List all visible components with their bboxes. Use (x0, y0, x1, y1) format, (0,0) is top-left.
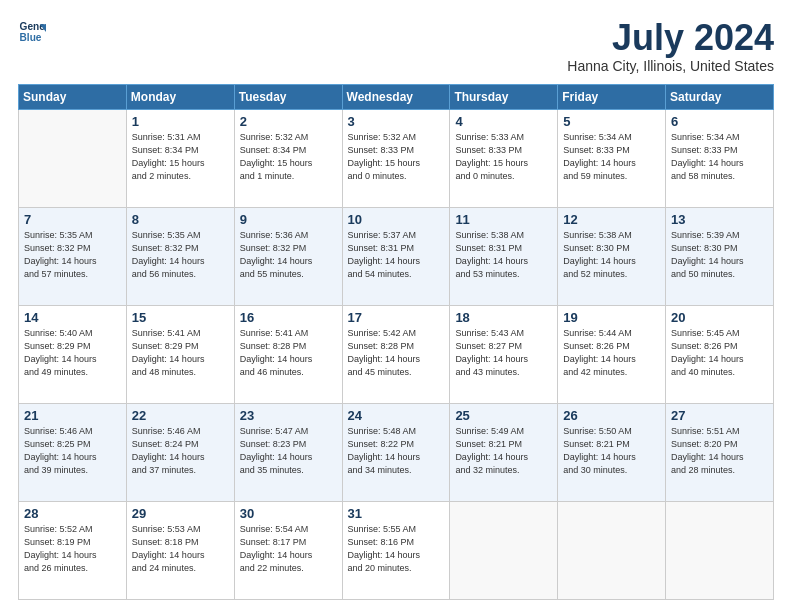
col-sunday: Sunday (19, 84, 127, 109)
day-number: 13 (671, 212, 768, 227)
day-number: 24 (348, 408, 445, 423)
table-row: 18Sunrise: 5:43 AM Sunset: 8:27 PM Dayli… (450, 305, 558, 403)
table-row: 14Sunrise: 5:40 AM Sunset: 8:29 PM Dayli… (19, 305, 127, 403)
cell-info: Sunrise: 5:43 AM Sunset: 8:27 PM Dayligh… (455, 327, 552, 379)
calendar-header-row: Sunday Monday Tuesday Wednesday Thursday… (19, 84, 774, 109)
cell-info: Sunrise: 5:32 AM Sunset: 8:33 PM Dayligh… (348, 131, 445, 183)
day-number: 31 (348, 506, 445, 521)
day-number: 30 (240, 506, 337, 521)
logo-icon: General Blue (18, 18, 46, 46)
cell-info: Sunrise: 5:39 AM Sunset: 8:30 PM Dayligh… (671, 229, 768, 281)
cell-info: Sunrise: 5:35 AM Sunset: 8:32 PM Dayligh… (132, 229, 229, 281)
day-number: 15 (132, 310, 229, 325)
table-row: 8Sunrise: 5:35 AM Sunset: 8:32 PM Daylig… (126, 207, 234, 305)
cell-info: Sunrise: 5:34 AM Sunset: 8:33 PM Dayligh… (671, 131, 768, 183)
table-row: 12Sunrise: 5:38 AM Sunset: 8:30 PM Dayli… (558, 207, 666, 305)
svg-text:Blue: Blue (20, 32, 42, 43)
table-row: 22Sunrise: 5:46 AM Sunset: 8:24 PM Dayli… (126, 403, 234, 501)
cell-info: Sunrise: 5:46 AM Sunset: 8:24 PM Dayligh… (132, 425, 229, 477)
day-number: 6 (671, 114, 768, 129)
table-row: 10Sunrise: 5:37 AM Sunset: 8:31 PM Dayli… (342, 207, 450, 305)
table-row: 1Sunrise: 5:31 AM Sunset: 8:34 PM Daylig… (126, 109, 234, 207)
cell-info: Sunrise: 5:36 AM Sunset: 8:32 PM Dayligh… (240, 229, 337, 281)
day-number: 3 (348, 114, 445, 129)
col-friday: Friday (558, 84, 666, 109)
cell-info: Sunrise: 5:40 AM Sunset: 8:29 PM Dayligh… (24, 327, 121, 379)
col-monday: Monday (126, 84, 234, 109)
cell-info: Sunrise: 5:55 AM Sunset: 8:16 PM Dayligh… (348, 523, 445, 575)
cell-info: Sunrise: 5:50 AM Sunset: 8:21 PM Dayligh… (563, 425, 660, 477)
calendar-week-row: 28Sunrise: 5:52 AM Sunset: 8:19 PM Dayli… (19, 501, 774, 599)
calendar-week-row: 14Sunrise: 5:40 AM Sunset: 8:29 PM Dayli… (19, 305, 774, 403)
cell-info: Sunrise: 5:42 AM Sunset: 8:28 PM Dayligh… (348, 327, 445, 379)
table-row: 29Sunrise: 5:53 AM Sunset: 8:18 PM Dayli… (126, 501, 234, 599)
day-number: 17 (348, 310, 445, 325)
table-row: 5Sunrise: 5:34 AM Sunset: 8:33 PM Daylig… (558, 109, 666, 207)
table-row: 23Sunrise: 5:47 AM Sunset: 8:23 PM Dayli… (234, 403, 342, 501)
day-number: 9 (240, 212, 337, 227)
day-number: 28 (24, 506, 121, 521)
table-row (450, 501, 558, 599)
table-row: 26Sunrise: 5:50 AM Sunset: 8:21 PM Dayli… (558, 403, 666, 501)
calendar-week-row: 1Sunrise: 5:31 AM Sunset: 8:34 PM Daylig… (19, 109, 774, 207)
day-number: 8 (132, 212, 229, 227)
table-row: 7Sunrise: 5:35 AM Sunset: 8:32 PM Daylig… (19, 207, 127, 305)
day-number: 26 (563, 408, 660, 423)
table-row: 9Sunrise: 5:36 AM Sunset: 8:32 PM Daylig… (234, 207, 342, 305)
table-row: 13Sunrise: 5:39 AM Sunset: 8:30 PM Dayli… (666, 207, 774, 305)
table-row: 4Sunrise: 5:33 AM Sunset: 8:33 PM Daylig… (450, 109, 558, 207)
col-saturday: Saturday (666, 84, 774, 109)
calendar-table: Sunday Monday Tuesday Wednesday Thursday… (18, 84, 774, 600)
day-number: 19 (563, 310, 660, 325)
cell-info: Sunrise: 5:54 AM Sunset: 8:17 PM Dayligh… (240, 523, 337, 575)
table-row: 6Sunrise: 5:34 AM Sunset: 8:33 PM Daylig… (666, 109, 774, 207)
day-number: 10 (348, 212, 445, 227)
day-number: 20 (671, 310, 768, 325)
title-block: July 2024 Hanna City, Illinois, United S… (567, 18, 774, 74)
logo: General Blue (18, 18, 50, 46)
cell-info: Sunrise: 5:44 AM Sunset: 8:26 PM Dayligh… (563, 327, 660, 379)
col-thursday: Thursday (450, 84, 558, 109)
day-number: 29 (132, 506, 229, 521)
day-number: 1 (132, 114, 229, 129)
table-row: 11Sunrise: 5:38 AM Sunset: 8:31 PM Dayli… (450, 207, 558, 305)
day-number: 5 (563, 114, 660, 129)
cell-info: Sunrise: 5:34 AM Sunset: 8:33 PM Dayligh… (563, 131, 660, 183)
cell-info: Sunrise: 5:48 AM Sunset: 8:22 PM Dayligh… (348, 425, 445, 477)
calendar-week-row: 21Sunrise: 5:46 AM Sunset: 8:25 PM Dayli… (19, 403, 774, 501)
cell-info: Sunrise: 5:41 AM Sunset: 8:28 PM Dayligh… (240, 327, 337, 379)
day-number: 11 (455, 212, 552, 227)
day-number: 16 (240, 310, 337, 325)
cell-info: Sunrise: 5:51 AM Sunset: 8:20 PM Dayligh… (671, 425, 768, 477)
cell-info: Sunrise: 5:46 AM Sunset: 8:25 PM Dayligh… (24, 425, 121, 477)
table-row (19, 109, 127, 207)
subtitle: Hanna City, Illinois, United States (567, 58, 774, 74)
day-number: 25 (455, 408, 552, 423)
cell-info: Sunrise: 5:47 AM Sunset: 8:23 PM Dayligh… (240, 425, 337, 477)
day-number: 7 (24, 212, 121, 227)
day-number: 27 (671, 408, 768, 423)
calendar-week-row: 7Sunrise: 5:35 AM Sunset: 8:32 PM Daylig… (19, 207, 774, 305)
table-row (558, 501, 666, 599)
cell-info: Sunrise: 5:37 AM Sunset: 8:31 PM Dayligh… (348, 229, 445, 281)
cell-info: Sunrise: 5:33 AM Sunset: 8:33 PM Dayligh… (455, 131, 552, 183)
col-wednesday: Wednesday (342, 84, 450, 109)
cell-info: Sunrise: 5:31 AM Sunset: 8:34 PM Dayligh… (132, 131, 229, 183)
day-number: 12 (563, 212, 660, 227)
day-number: 14 (24, 310, 121, 325)
cell-info: Sunrise: 5:41 AM Sunset: 8:29 PM Dayligh… (132, 327, 229, 379)
table-row: 17Sunrise: 5:42 AM Sunset: 8:28 PM Dayli… (342, 305, 450, 403)
table-row: 21Sunrise: 5:46 AM Sunset: 8:25 PM Dayli… (19, 403, 127, 501)
cell-info: Sunrise: 5:52 AM Sunset: 8:19 PM Dayligh… (24, 523, 121, 575)
main-title: July 2024 (567, 18, 774, 58)
header: General Blue July 2024 Hanna City, Illin… (18, 18, 774, 74)
table-row: 27Sunrise: 5:51 AM Sunset: 8:20 PM Dayli… (666, 403, 774, 501)
cell-info: Sunrise: 5:45 AM Sunset: 8:26 PM Dayligh… (671, 327, 768, 379)
table-row: 20Sunrise: 5:45 AM Sunset: 8:26 PM Dayli… (666, 305, 774, 403)
table-row: 25Sunrise: 5:49 AM Sunset: 8:21 PM Dayli… (450, 403, 558, 501)
day-number: 2 (240, 114, 337, 129)
table-row: 28Sunrise: 5:52 AM Sunset: 8:19 PM Dayli… (19, 501, 127, 599)
cell-info: Sunrise: 5:49 AM Sunset: 8:21 PM Dayligh… (455, 425, 552, 477)
day-number: 4 (455, 114, 552, 129)
table-row (666, 501, 774, 599)
